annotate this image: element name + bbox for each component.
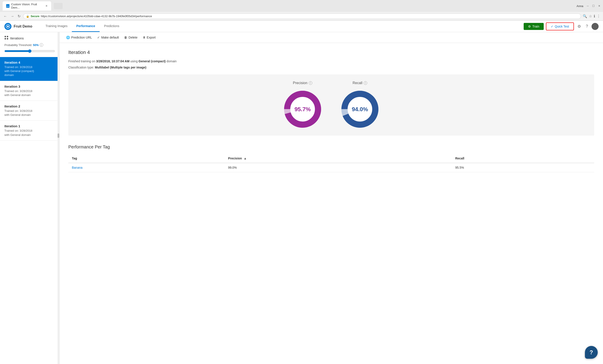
precision-value: 95.7% xyxy=(294,106,311,112)
iteration-4-title: Iteration 4 xyxy=(4,61,55,64)
secure-label: Secure xyxy=(31,15,39,18)
new-tab-button[interactable] xyxy=(54,3,63,9)
sidebar-scrollbar-track xyxy=(58,32,59,364)
table-header: Tag Precision ▲ Recall xyxy=(68,154,594,163)
bookmark-icon[interactable]: ☆ xyxy=(589,14,592,18)
sidebar-item-iteration-4[interactable]: Iteration 4 Trained on: 3/28/2018with Ge… xyxy=(0,57,59,81)
tag-cell: Banana xyxy=(68,163,225,172)
tab-close-button[interactable]: ✕ xyxy=(46,4,48,8)
recall-label: Recall i xyxy=(353,81,367,85)
probability-slider[interactable] xyxy=(4,49,55,53)
help-button[interactable]: ? xyxy=(585,346,598,359)
make-default-button[interactable]: ✓ Make default xyxy=(97,35,119,40)
svg-rect-5 xyxy=(7,36,8,37)
browser-titlebar: CV Custom Vision: Fruit Dem... ✕ Anna ─ … xyxy=(0,0,603,12)
sidebar: Iterations Probability Threshold: 50% i … xyxy=(0,32,59,364)
refresh-button[interactable]: ↻ xyxy=(17,13,21,19)
charts-section: Precision i 95.7% xyxy=(68,74,594,136)
svg-rect-4 xyxy=(5,36,6,37)
recall-value: 94.0% xyxy=(352,106,368,112)
minimize-button[interactable]: ─ xyxy=(587,4,589,8)
precision-label: Precision i xyxy=(293,81,312,85)
iteration-1-subtitle: Trained on: 3/28/2018with General domain xyxy=(4,129,55,137)
recall-info-icon[interactable]: i xyxy=(364,81,367,85)
globe-icon: 🌐 xyxy=(66,36,70,39)
address-actions: 🔍 ☆ ℹ ⋮ xyxy=(583,14,600,18)
prediction-url-button[interactable]: 🌐 Prediction URL xyxy=(66,35,92,40)
favicon: CV xyxy=(6,4,10,8)
sidebar-scrollbar-thumb[interactable] xyxy=(58,133,59,138)
tab-performance[interactable]: Performance xyxy=(72,21,100,32)
tag-link-banana[interactable]: Banana xyxy=(72,166,82,169)
training-info: Finished training on 3/28/2018, 10:37:04… xyxy=(68,59,594,64)
settings-button[interactable]: ⚙ xyxy=(576,23,582,30)
window-controls: Anna ─ ☐ ✕ xyxy=(577,4,600,8)
training-date: 3/28/2018, 10:37:04 AM xyxy=(96,59,129,63)
svg-rect-6 xyxy=(5,38,6,39)
app-logo-icon xyxy=(4,23,12,30)
app-name: Fruit Demo xyxy=(14,24,32,28)
prob-threshold-label: Probability Threshold: xyxy=(4,43,32,47)
per-tag-title: Performance Per Tag xyxy=(68,144,594,150)
precision-chart-container: Precision i 95.7% xyxy=(283,81,323,129)
maximize-button[interactable]: ☐ xyxy=(592,4,595,8)
slider-container xyxy=(0,49,59,57)
back-button[interactable]: ← xyxy=(3,13,8,19)
col-header-tag: Tag xyxy=(68,154,225,163)
export-icon: ⬇ xyxy=(143,36,145,39)
iteration-4-subtitle: Trained on: 3/28/2018with General (compa… xyxy=(4,65,55,77)
gear-icon: ⚙ xyxy=(528,25,531,28)
info-icon[interactable]: ℹ xyxy=(594,14,595,18)
iteration-1-title: Iteration 1 xyxy=(4,124,55,128)
search-icon[interactable]: 🔍 xyxy=(583,14,587,18)
sidebar-item-iteration-2[interactable]: Iteration 2 Trained on: 3/28/2018with Ge… xyxy=(0,101,59,121)
sidebar-item-iteration-1[interactable]: Iteration 1 Trained on: 3/28/2018with Ge… xyxy=(0,121,59,141)
iteration-2-subtitle: Trained on: 3/28/2018with General domain xyxy=(4,109,55,117)
sort-precision-icon: ▲ xyxy=(244,156,247,160)
per-tag-section: Performance Per Tag Tag Precision ▲ Reca… xyxy=(68,144,594,172)
iteration-3-title: Iteration 3 xyxy=(4,85,55,88)
table-row: Banana 99.0% 95.5% xyxy=(68,163,594,172)
tab-predictions[interactable]: Predictions xyxy=(100,21,124,32)
table-body: Banana 99.0% 95.5% xyxy=(68,163,594,172)
recall-chart-container: Recall i 94.0% xyxy=(340,81,380,129)
avatar[interactable] xyxy=(591,23,599,30)
prob-info-icon[interactable]: i xyxy=(40,43,43,47)
classification-value: Multilabel (Multiple tags per image) xyxy=(95,66,146,69)
trash-icon: 🗑 xyxy=(124,36,127,39)
close-button[interactable]: ✕ xyxy=(598,4,600,8)
col-header-precision[interactable]: Precision ▲ xyxy=(225,154,452,163)
performance-table: Tag Precision ▲ Recall Banana xyxy=(68,154,594,172)
forward-button[interactable]: → xyxy=(10,13,15,19)
page-title: Iteration 4 xyxy=(68,50,594,55)
nav-tabs: Training Images Performance Predictions xyxy=(41,21,524,32)
menu-icon[interactable]: ⋮ xyxy=(597,14,600,18)
url-text: https://customvision.ai/projects/ec4105d… xyxy=(41,14,152,18)
browser-tab[interactable]: CV Custom Vision: Fruit Dem... ✕ xyxy=(3,1,51,11)
sidebar-item-iteration-3[interactable]: Iteration 3 Trained on: 3/28/2018with Ge… xyxy=(0,81,59,101)
tab-training-images[interactable]: Training Images xyxy=(41,21,72,32)
recall-cell: 95.5% xyxy=(452,163,594,172)
svg-rect-7 xyxy=(7,38,8,39)
app-logo: Fruit Demo xyxy=(4,23,32,30)
address-box[interactable]: 🔒 Secure https://customvision.ai/project… xyxy=(23,13,581,19)
precision-info-icon[interactable]: i xyxy=(309,81,312,85)
prob-threshold-value: 50% xyxy=(33,43,39,47)
export-button[interactable]: ⬇ Export xyxy=(143,35,156,40)
content-area: Iteration 4 Finished training on 3/28/20… xyxy=(59,43,603,179)
quick-test-button[interactable]: ✓ Quick Test xyxy=(546,22,574,30)
sidebar-header: Iterations xyxy=(0,32,59,43)
delete-button[interactable]: 🗑 Delete xyxy=(124,35,137,40)
svg-point-3 xyxy=(7,25,9,27)
iterations-label: Iterations xyxy=(10,36,24,40)
precision-donut: 95.7% xyxy=(283,89,323,129)
help-header-button[interactable]: ? xyxy=(584,23,589,30)
probability-threshold-container: Probability Threshold: 50% i xyxy=(0,43,59,49)
header-actions: ⚙ Train ✓ Quick Test ⚙ ? xyxy=(524,22,599,30)
train-button[interactable]: ⚙ Train xyxy=(524,23,544,30)
checkmark-icon: ✓ xyxy=(551,25,553,28)
secure-lock-icon: 🔒 xyxy=(26,15,29,18)
app-body: Iterations Probability Threshold: 50% i … xyxy=(0,32,603,364)
col-header-recall: Recall xyxy=(452,154,594,163)
classification-info: Classification type: Multilabel (Multipl… xyxy=(68,65,594,70)
